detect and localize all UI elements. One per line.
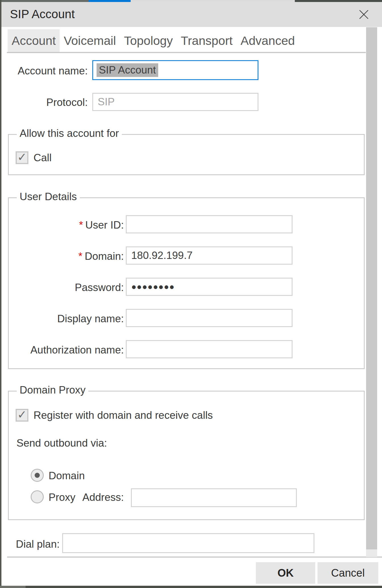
check-icon: ✓ bbox=[17, 409, 27, 420]
window-left-border bbox=[0, 0, 1, 588]
tab-advanced[interactable]: Advanced bbox=[237, 29, 299, 52]
scrollbar[interactable] bbox=[366, 27, 377, 557]
window-edge-strip bbox=[131, 0, 295, 2]
domain-label: *Domain: bbox=[9, 250, 124, 262]
proxy-address-label: Address: bbox=[82, 491, 124, 503]
close-icon bbox=[358, 9, 369, 20]
password-label: Password: bbox=[9, 282, 124, 294]
allow-account-group-title: Allow this account for bbox=[17, 127, 122, 139]
user-details-group-title: User Details bbox=[17, 191, 80, 203]
domain-value: 180.92.199.7 bbox=[131, 250, 193, 261]
allow-account-group: Allow this account for ✓ Call bbox=[8, 134, 365, 175]
user-details-group: User Details *User ID: *Domain: 180.92.1… bbox=[8, 197, 365, 369]
check-icon: ✓ bbox=[17, 151, 27, 163]
dial-plan-input[interactable] bbox=[62, 533, 314, 553]
window-edge-strip-blue bbox=[89, 0, 131, 2]
proxy-address-input[interactable] bbox=[131, 488, 297, 507]
required-asterisk: * bbox=[79, 219, 83, 231]
proxy-radio[interactable] bbox=[31, 490, 44, 503]
domain-proxy-group: Domain Proxy ✓ Register with domain and … bbox=[8, 391, 365, 520]
account-name-input[interactable]: SIP Account bbox=[92, 60, 258, 80]
tab-transport[interactable]: Transport bbox=[177, 29, 237, 52]
title-bar: SIP Account bbox=[0, 2, 382, 27]
tab-bar: Account Voicemail Topology Transport Adv… bbox=[8, 29, 299, 52]
domain-radio[interactable] bbox=[31, 469, 44, 482]
window-bottom-corner bbox=[0, 586, 26, 588]
call-checkbox-label: Call bbox=[34, 152, 52, 164]
protocol-input[interactable]: SIP bbox=[92, 93, 258, 111]
close-button[interactable] bbox=[356, 7, 371, 22]
tab-underline bbox=[7, 52, 366, 53]
window-bottom-border bbox=[0, 586, 382, 588]
scrollbar-thumb[interactable] bbox=[366, 27, 377, 549]
register-checkbox[interactable]: ✓ bbox=[16, 409, 28, 422]
proxy-radio-label: Proxy bbox=[49, 491, 76, 503]
display-name-label: Display name: bbox=[9, 313, 124, 325]
domain-radio-label: Domain bbox=[49, 470, 85, 482]
authorization-name-input[interactable] bbox=[126, 340, 293, 358]
protocol-value: SIP bbox=[98, 96, 115, 108]
tab-account[interactable]: Account bbox=[8, 29, 60, 52]
ok-button[interactable]: OK bbox=[256, 562, 315, 584]
dial-plan-label: Dial plan: bbox=[0, 538, 60, 550]
send-outbound-label: Send outbound via: bbox=[16, 437, 107, 449]
display-name-input[interactable] bbox=[126, 309, 293, 327]
required-asterisk: * bbox=[78, 250, 82, 262]
cancel-button[interactable]: Cancel bbox=[318, 562, 378, 584]
call-checkbox[interactable]: ✓ bbox=[16, 151, 28, 164]
register-checkbox-label: Register with domain and receive calls bbox=[34, 409, 213, 421]
user-id-input[interactable] bbox=[126, 215, 293, 233]
account-name-selected-text: SIP Account bbox=[97, 63, 158, 77]
domain-input[interactable]: 180.92.199.7 bbox=[126, 246, 293, 265]
footer-divider bbox=[7, 556, 382, 558]
sip-account-dialog: SIP Account Account Voicemail Topology T… bbox=[0, 0, 382, 588]
domain-proxy-group-title: Domain Proxy bbox=[17, 384, 88, 396]
password-input[interactable]: ●●●●●●●● bbox=[126, 278, 293, 296]
password-masked-value: ●●●●●●●● bbox=[131, 282, 175, 292]
window-edge-strip bbox=[295, 0, 382, 2]
user-id-label: *User ID: bbox=[9, 219, 124, 231]
protocol-label: Protocol: bbox=[0, 97, 88, 108]
authorization-name-label: Authorization name: bbox=[9, 344, 124, 356]
tab-voicemail[interactable]: Voicemail bbox=[60, 29, 120, 52]
dialog-title: SIP Account bbox=[10, 7, 75, 21]
tab-topology[interactable]: Topology bbox=[120, 29, 177, 52]
account-name-label: Account name: bbox=[0, 65, 88, 77]
window-edge-strip bbox=[0, 0, 89, 2]
